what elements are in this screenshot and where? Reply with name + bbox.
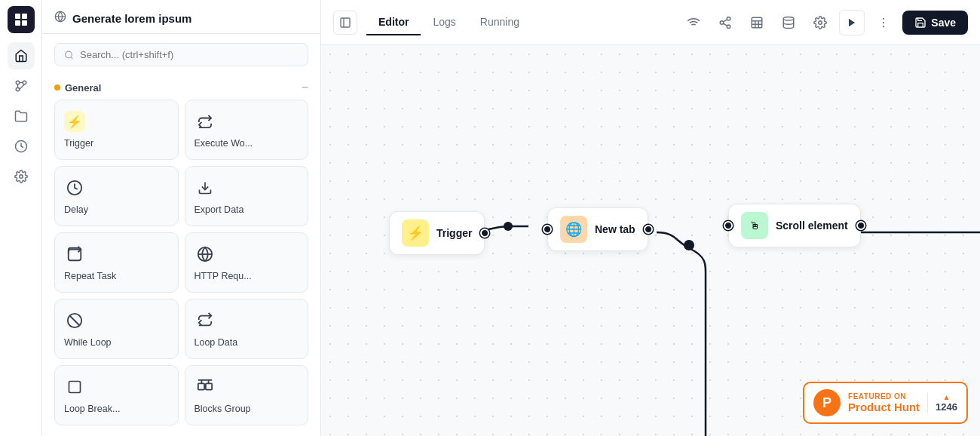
table-icon-button[interactable] <box>744 10 770 35</box>
block-blocks-group[interactable]: Blocks Group <box>185 365 309 425</box>
new-tab-node-icon: 🌐 <box>560 216 587 243</box>
while-loop-icon <box>64 310 85 331</box>
flow-canvas[interactable]: ⚡ Trigger 🌐 New tab 🖱 Scroll element <box>321 45 980 436</box>
svg-point-14 <box>66 51 72 58</box>
block-trigger[interactable]: ⚡ Trigger <box>54 100 179 160</box>
block-repeat-task-label: Repeat Task <box>64 271 116 281</box>
block-loop-break[interactable]: Loop Break... <box>54 365 179 425</box>
block-http-request-label: HTTP Requ... <box>194 271 252 281</box>
svg-point-6 <box>16 88 20 91</box>
nav-history[interactable] <box>8 133 35 160</box>
block-delay-label: Delay <box>64 204 88 215</box>
block-delay[interactable]: Delay <box>54 166 179 226</box>
panel-header: Generate lorem ipsum <box>42 0 320 34</box>
svg-rect-2 <box>15 20 20 26</box>
svg-point-33 <box>721 20 724 24</box>
block-blocks-group-label: Blocks Group <box>194 404 251 414</box>
svg-rect-24 <box>198 383 204 389</box>
scroll-element-right-connector[interactable] <box>856 221 865 230</box>
tab-editor[interactable]: Editor <box>366 10 421 35</box>
tab-running[interactable]: Running <box>468 10 531 35</box>
svg-point-32 <box>727 17 731 20</box>
nav-files[interactable] <box>8 103 35 130</box>
block-execute-workflow-label: Execute Wo... <box>194 138 253 149</box>
svg-rect-1 <box>22 14 27 19</box>
svg-point-48 <box>504 222 513 231</box>
globe-icon <box>54 11 66 26</box>
svg-point-5 <box>23 81 26 84</box>
tab-logs[interactable]: Logs <box>421 10 467 35</box>
toolbar-right: Save <box>681 10 968 35</box>
block-execute-workflow[interactable]: Execute Wo... <box>185 100 309 160</box>
trigger-node[interactable]: ⚡ Trigger <box>389 211 485 255</box>
svg-line-22 <box>70 316 80 326</box>
app-logo[interactable] <box>8 6 35 33</box>
scroll-element-node[interactable]: 🖱 Scroll element <box>728 204 861 247</box>
svg-point-43 <box>819 20 822 24</box>
trigger-right-connector[interactable] <box>480 229 489 238</box>
icon-sidebar <box>0 0 42 436</box>
section-title: General <box>65 82 101 94</box>
broadcast-icon-button[interactable] <box>681 10 706 35</box>
sidebar-toggle-button[interactable] <box>333 11 357 35</box>
product-hunt-count-value: 1246 <box>936 401 957 413</box>
repeat-task-icon <box>64 244 85 265</box>
search-input[interactable] <box>80 49 299 60</box>
play-button[interactable] <box>839 10 865 35</box>
block-http-request[interactable]: HTTP Requ... <box>185 232 309 293</box>
block-trigger-label: Trigger <box>64 138 93 149</box>
nav-settings[interactable] <box>8 163 35 190</box>
block-loop-data[interactable]: Loop Data <box>185 299 309 359</box>
nav-workflow[interactable] <box>8 72 35 100</box>
delay-icon <box>64 177 85 198</box>
svg-rect-29 <box>341 18 350 27</box>
save-button[interactable]: Save <box>902 11 968 35</box>
new-tab-node[interactable]: 🌐 New tab <box>547 207 648 251</box>
blocks-group-icon <box>194 376 216 398</box>
svg-line-35 <box>724 23 727 26</box>
svg-point-11 <box>19 175 23 179</box>
product-hunt-arrow: ▲ <box>943 393 951 401</box>
http-request-icon <box>194 244 216 265</box>
svg-rect-0 <box>15 14 20 19</box>
trigger-node-label: Trigger <box>436 227 472 239</box>
nav-home[interactable] <box>8 42 35 69</box>
blocks-grid: ⚡ Trigger Execute Wo... <box>54 100 308 425</box>
svg-point-42 <box>784 17 795 20</box>
more-options-button[interactable] <box>871 10 896 35</box>
svg-point-45 <box>883 17 884 19</box>
execute-workflow-icon <box>194 111 216 132</box>
scroll-element-node-label: Scroll element <box>776 220 848 232</box>
new-tab-left-connector[interactable] <box>543 225 552 234</box>
scroll-element-node-icon: 🖱 <box>741 212 768 239</box>
product-hunt-badge[interactable]: P FEATURED ON Product Hunt ▲ 1246 <box>803 382 968 424</box>
product-hunt-featured-text: FEATURED ON <box>848 392 920 401</box>
svg-rect-37 <box>752 17 763 28</box>
database-icon-button[interactable] <box>776 10 801 35</box>
settings-icon-button[interactable] <box>807 10 833 35</box>
export-data-icon <box>194 177 216 198</box>
block-export-data[interactable]: Export Data <box>185 166 309 226</box>
new-tab-node-label: New tab <box>595 223 635 235</box>
workflow-title: Generate lorem ipsum <box>72 12 308 25</box>
scroll-element-left-connector[interactable] <box>724 221 733 230</box>
canvas-area[interactable]: Editor Logs Running <box>321 0 980 436</box>
trigger-icon: ⚡ <box>64 111 85 132</box>
block-repeat-task[interactable]: Repeat Task <box>54 232 179 293</box>
top-toolbar: Editor Logs Running <box>321 0 980 45</box>
new-tab-right-connector[interactable] <box>644 225 653 234</box>
collapse-section-button[interactable]: − <box>302 81 308 94</box>
block-while-loop-label: While Loop <box>64 337 112 348</box>
search-bar[interactable] <box>54 43 308 66</box>
svg-point-46 <box>883 21 884 23</box>
block-loop-data-label: Loop Data <box>194 337 238 348</box>
loop-break-icon <box>64 376 85 398</box>
svg-marker-44 <box>849 18 855 26</box>
svg-point-34 <box>727 25 731 29</box>
share-icon-button[interactable] <box>712 10 738 35</box>
svg-point-47 <box>883 26 884 27</box>
svg-point-49 <box>684 240 694 250</box>
block-while-loop[interactable]: While Loop <box>54 299 179 359</box>
section-dot <box>54 84 60 91</box>
section-header: General − <box>54 75 308 100</box>
